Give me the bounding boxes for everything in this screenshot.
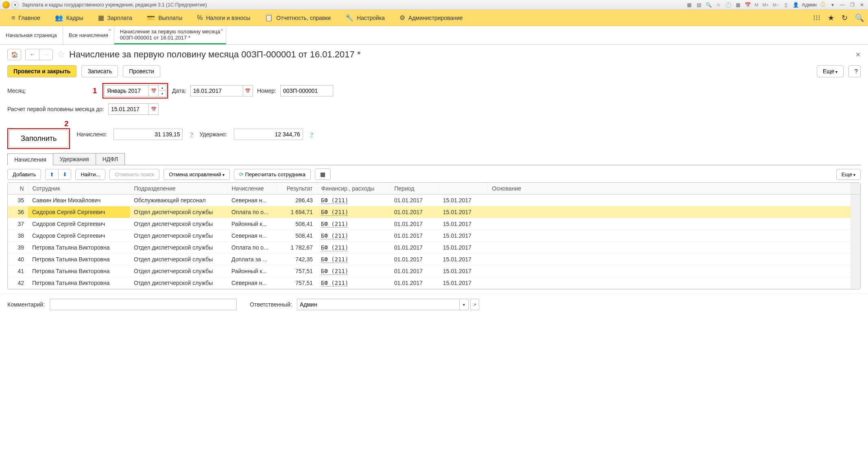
fill-button[interactable]: Заполнить bbox=[9, 130, 68, 147]
tab-all-accruals[interactable]: Все начисления✕ bbox=[63, 26, 114, 44]
subtab-accruals[interactable]: Начисления bbox=[7, 153, 53, 165]
columns-button[interactable]: ▦ bbox=[315, 169, 331, 180]
page-close-button[interactable]: ✕ bbox=[855, 51, 861, 59]
close-icon[interactable]: ✕ bbox=[108, 28, 111, 32]
favorite-icon[interactable]: ★ bbox=[828, 13, 834, 22]
favorite-star-icon[interactable]: ☆ bbox=[57, 49, 65, 60]
table-row[interactable]: 35Савкин Иван МихайловичОбслуживающий пе… bbox=[8, 195, 860, 206]
subtab-deductions[interactable]: Удержания bbox=[53, 153, 96, 165]
table-row[interactable]: 40Петрова Татьяна ВикторовнаОтдел диспет… bbox=[8, 254, 860, 265]
find-button[interactable]: Найти... bbox=[75, 169, 105, 180]
app-menu-dropdown[interactable]: ▾ bbox=[11, 1, 19, 9]
tab-start[interactable]: Начальная страница bbox=[0, 26, 63, 44]
month-spinner[interactable]: ▴▾ bbox=[159, 85, 166, 97]
add-row-button[interactable]: Добавить bbox=[7, 169, 41, 180]
responsible-dropdown-icon[interactable]: ▾ bbox=[460, 299, 469, 310]
spin-up-icon[interactable]: ▴ bbox=[159, 85, 166, 91]
col-result[interactable]: Результат bbox=[276, 183, 317, 195]
comment-input[interactable] bbox=[50, 299, 237, 310]
apps-icon[interactable]: ⁝⁝⁝ bbox=[813, 13, 820, 22]
post-button[interactable]: Провести bbox=[123, 65, 160, 77]
cell-finance[interactable]: БФ (211) bbox=[317, 265, 390, 277]
info-icon[interactable]: ⓘ bbox=[819, 1, 827, 9]
table-row[interactable]: 38Сидоров Сергей СергеевичОтдел диспетче… bbox=[8, 230, 860, 242]
calc-until-input[interactable] bbox=[108, 103, 149, 115]
toolbar-icon-1[interactable]: ▦ bbox=[685, 1, 693, 9]
mminus-button[interactable]: M− bbox=[772, 2, 780, 7]
home-button[interactable]: 🏠 bbox=[7, 49, 21, 60]
col-basis[interactable]: Основание bbox=[488, 183, 851, 195]
responsible-input[interactable] bbox=[297, 299, 460, 310]
col-employee[interactable]: Сотрудник bbox=[28, 183, 130, 195]
minimize-button[interactable]: — bbox=[839, 1, 846, 9]
scrollbar[interactable] bbox=[851, 195, 860, 289]
toolbar-icon-2[interactable]: ▤ bbox=[695, 1, 702, 9]
date-picker-icon[interactable]: 📅 bbox=[243, 85, 253, 96]
mplus-button[interactable]: M+ bbox=[761, 2, 770, 7]
dropdown-icon[interactable]: ▾ bbox=[829, 1, 836, 9]
search-icon[interactable]: 🔍 bbox=[855, 13, 864, 22]
more-button[interactable]: Еще bbox=[817, 65, 844, 77]
menu-payments[interactable]: 💳Выплаты bbox=[140, 14, 190, 22]
post-and-close-button[interactable]: Провести и закрыть bbox=[7, 65, 76, 77]
table-row[interactable]: 42Петрова Татьяна ВикторовнаОтдел диспет… bbox=[8, 277, 860, 289]
star-icon[interactable]: ☆ bbox=[715, 1, 722, 9]
table-row[interactable]: 41Петрова Татьяна ВикторовнаОтдел диспет… bbox=[8, 265, 860, 277]
table-row[interactable]: 36Сидоров Сергей СергеевичОтдел диспетче… bbox=[8, 206, 860, 218]
accrued-help-icon[interactable]: ? bbox=[190, 131, 193, 138]
month-input[interactable] bbox=[104, 85, 149, 96]
toolbar-icon-3[interactable]: 🔍 bbox=[705, 1, 712, 9]
cell-finance[interactable]: БФ (211) bbox=[317, 254, 390, 265]
cell-finance[interactable]: БФ (211) bbox=[317, 195, 390, 206]
col-finance[interactable]: Финансир., расходы bbox=[317, 183, 390, 195]
history-icon[interactable]: 🕘 bbox=[724, 1, 732, 9]
responsible-open-icon[interactable]: ↗ bbox=[470, 299, 479, 310]
m-button[interactable]: M bbox=[754, 2, 759, 7]
menu-reports[interactable]: 📋Отчетность, справки bbox=[257, 14, 338, 22]
table-row[interactable]: 37Сидоров Сергей СергеевичОтдел диспетче… bbox=[8, 218, 860, 230]
menu-admin[interactable]: ⚙Администрирование bbox=[392, 14, 470, 22]
cancel-corrections-button[interactable]: Отмена исправлений bbox=[164, 169, 229, 180]
col-accrual[interactable]: Начисление bbox=[227, 183, 276, 195]
panel-icon[interactable]: ▯ bbox=[782, 1, 789, 9]
history-nav-icon[interactable]: ↻ bbox=[842, 13, 848, 22]
date-input[interactable] bbox=[190, 85, 243, 96]
spin-down-icon[interactable]: ▾ bbox=[159, 91, 166, 96]
menu-taxes[interactable]: %Налоги и взносы bbox=[190, 14, 257, 22]
col-n[interactable]: N bbox=[8, 183, 28, 195]
cell-finance[interactable]: БФ (211) bbox=[317, 230, 390, 242]
recalc-employee-button[interactable]: ⟳Пересчитать сотрудника bbox=[234, 169, 311, 180]
close-icon[interactable]: ✕ bbox=[220, 28, 223, 32]
withheld-help-icon[interactable]: ? bbox=[310, 131, 313, 138]
calc-until-picker-icon[interactable]: 📅 bbox=[149, 103, 159, 115]
move-down-button[interactable]: ⬇ bbox=[58, 169, 71, 180]
help-button[interactable]: ? bbox=[848, 65, 861, 77]
cell-finance[interactable]: БФ (211) bbox=[317, 218, 390, 230]
month-picker-icon[interactable]: 📅 bbox=[149, 85, 159, 96]
menu-personnel[interactable]: 👥Кадры bbox=[48, 14, 91, 22]
forward-button[interactable]: → bbox=[39, 49, 53, 60]
col-dept[interactable]: Подразделение bbox=[130, 183, 227, 195]
number-input[interactable] bbox=[280, 85, 333, 96]
save-button[interactable]: Записать bbox=[81, 65, 118, 77]
subtab-ndfl[interactable]: НДФЛ bbox=[96, 153, 125, 165]
cell-finance[interactable]: БФ (211) bbox=[317, 206, 390, 218]
table-row[interactable]: 39Петрова Татьяна ВикторовнаОтдел диспет… bbox=[8, 242, 860, 254]
menu-salary[interactable]: ▦Зарплата bbox=[91, 14, 140, 22]
toolbar-more-button[interactable]: Еще bbox=[836, 169, 861, 180]
menu-main[interactable]: ≡Главное bbox=[4, 14, 48, 22]
back-button[interactable]: ← bbox=[25, 49, 39, 60]
cell-finance[interactable]: БФ (211) bbox=[317, 277, 390, 289]
col-period-end[interactable] bbox=[439, 183, 488, 195]
scrollbar-track[interactable] bbox=[851, 183, 860, 195]
user-name[interactable]: Админ bbox=[802, 2, 817, 8]
close-window-button[interactable]: ✕ bbox=[858, 1, 866, 9]
menu-settings[interactable]: 🔧Настройка bbox=[338, 14, 392, 22]
col-period[interactable]: Период bbox=[390, 183, 439, 195]
calc-icon[interactable]: ▦ bbox=[734, 1, 742, 9]
calendar-icon[interactable]: 📅 bbox=[744, 1, 751, 9]
tab-current-doc[interactable]: Начисление за первую половину месяца 00З… bbox=[114, 26, 227, 44]
cell-finance[interactable]: БФ (211) bbox=[317, 242, 390, 254]
maximize-button[interactable]: ❐ bbox=[848, 1, 856, 9]
move-up-button[interactable]: ⬆ bbox=[45, 169, 58, 180]
